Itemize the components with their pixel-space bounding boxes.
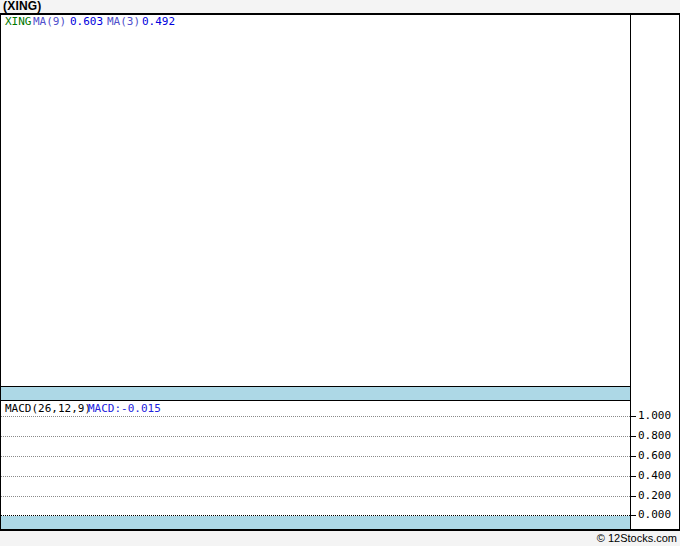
frame-bottom-border: [0, 529, 680, 531]
axis-tick-label: 0.000: [638, 509, 678, 521]
axis-tick-label: 1.000: [638, 410, 678, 422]
axis-tick: [631, 456, 636, 457]
gridline-0.600: [1, 456, 630, 457]
gridline-1.000: [1, 416, 630, 417]
axis-tick: [631, 515, 636, 516]
axis-tick: [631, 476, 636, 477]
axis-tick: [631, 416, 636, 417]
legend-ma9-value: 0.603: [70, 16, 103, 28]
axis-tick-label: 0.600: [638, 450, 678, 462]
legend-symbol: XING: [5, 16, 32, 28]
gridline-zero: [1, 515, 630, 516]
legend-ma3-value: 0.492: [142, 16, 175, 28]
legend-ma9-label: MA(9): [33, 16, 66, 28]
gridline-0.400: [1, 476, 630, 477]
macd-legend-value: MACD:-0.015: [88, 403, 161, 415]
axis-tick-label: 0.200: [638, 490, 678, 502]
gridline-0.200: [1, 496, 630, 497]
divider-band-top: [1, 387, 630, 400]
page-title: (XING): [3, 0, 42, 13]
price-chart-pane: [1, 15, 630, 386]
axis-tick: [631, 496, 636, 497]
axis-tick-label: 0.800: [638, 430, 678, 442]
stock-chart-page: (XING) XING MA(9) 0.603 MA(3) 0.492 MACD…: [0, 0, 680, 546]
axis-tick-label: 0.400: [638, 470, 678, 482]
divider-band-bottom: [1, 516, 630, 529]
macd-legend: MACD(26,12,9) MACD:-0.015: [0, 403, 630, 415]
axis-tick: [631, 436, 636, 437]
legend-ma3-label: MA(3): [107, 16, 140, 28]
copyright-brand-link[interactable]: © 12Stocks.com: [597, 531, 677, 546]
macd-legend-label: MACD(26,12,9): [5, 403, 91, 415]
macd-chart-pane: [1, 401, 630, 529]
gridline-0.800: [1, 436, 630, 437]
price-legend: XING MA(9) 0.603 MA(3) 0.492: [0, 16, 630, 28]
